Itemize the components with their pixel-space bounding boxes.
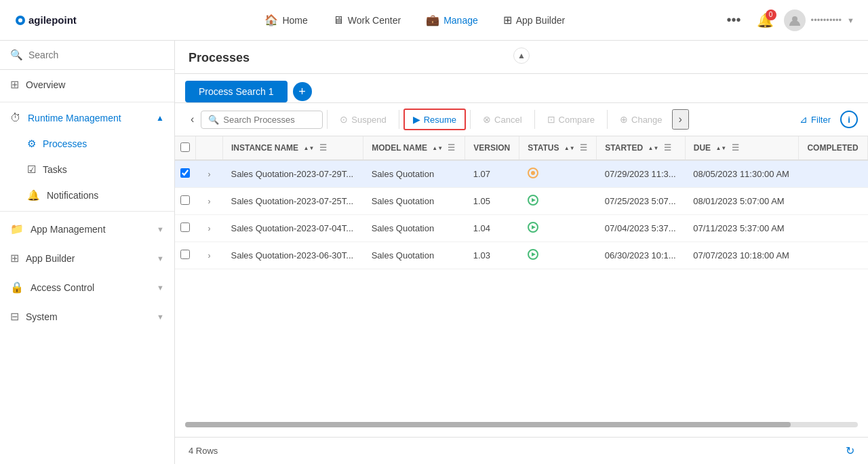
compare-icon: ⊡	[547, 114, 555, 125]
row-checkbox[interactable]	[180, 223, 190, 232]
search-input[interactable]	[28, 50, 164, 60]
col-due: DUE ▲▼ ☰	[685, 136, 799, 160]
row-expand-button[interactable]: ›	[204, 250, 215, 262]
row-version: 1.05	[465, 188, 519, 215]
sort-icon-instance[interactable]: ▲▼	[303, 145, 314, 151]
sidebar-item-app-builder[interactable]: ⊞ App Builder ▼	[0, 244, 174, 273]
grid-icon: ⊞	[503, 14, 512, 26]
sidebar-item-processes[interactable]: ⚙ Processes	[0, 131, 174, 157]
sort-icon-status[interactable]: ▲▼	[564, 145, 575, 151]
row-completed	[799, 242, 868, 269]
nav-work-center[interactable]: 🖥 Work Center	[322, 9, 412, 32]
col-menu-status[interactable]: ☰	[580, 143, 587, 153]
search-processes-input[interactable]	[223, 115, 311, 125]
sidebar-item-tasks-label: Tasks	[43, 164, 67, 175]
sidebar-item-app-management[interactable]: 📁 App Management ▼	[0, 214, 174, 244]
row-instance-name: Sales Quotation-2023-07-04T...	[223, 215, 363, 242]
processes-icon: ⚙	[27, 138, 36, 150]
sidebar-item-tasks[interactable]: ☑ Tasks	[0, 157, 174, 182]
row-started: 07/25/2023 5:07...	[597, 188, 685, 215]
row-checkbox[interactable]	[180, 250, 190, 259]
sidebar-item-overview[interactable]: ⊞ Overview	[0, 70, 174, 99]
resume-label: Resume	[424, 115, 456, 125]
separator-2	[399, 110, 399, 129]
suspend-label: Suspend	[351, 115, 386, 125]
select-all-checkbox[interactable]	[180, 142, 190, 152]
back-button[interactable]: ‹	[185, 111, 199, 128]
toolbar-more-button[interactable]: ›	[672, 109, 689, 130]
sidebar-section-runtime[interactable]: ⏱ Runtime Management ▲	[0, 105, 174, 131]
logo[interactable]: agilepoint	[14, 9, 95, 31]
svg-point-5	[531, 171, 535, 175]
user-menu[interactable]: •••••••••• ▼	[784, 9, 854, 31]
suspend-button[interactable]: ⊙ Suspend	[332, 110, 394, 129]
sort-icon-due[interactable]: ▲▼	[715, 145, 726, 151]
runtime-icon: ⏱	[10, 112, 21, 124]
info-button[interactable]: i	[840, 111, 858, 128]
collapse-sidebar-button[interactable]: ▲	[513, 47, 530, 64]
sidebar-item-access-control[interactable]: 🔒 Access Control ▼	[0, 273, 174, 302]
separator-5	[607, 110, 608, 129]
svg-marker-9	[532, 225, 536, 229]
scrollbar-container	[175, 418, 868, 437]
avatar	[784, 9, 806, 31]
cancel-button[interactable]: ⊗ Cancel	[475, 110, 530, 129]
row-expand-cell: ›	[196, 215, 223, 242]
change-button[interactable]: ⊕ Change	[612, 110, 671, 129]
row-expand-button[interactable]: ›	[204, 223, 215, 235]
row-instance-name: Sales Quotation-2023-07-29T...	[223, 160, 363, 188]
table-body: › Sales Quotation-2023-07-29T... Sales Q…	[175, 160, 868, 269]
nav-home-label: Home	[282, 15, 307, 26]
nav-home[interactable]: 🏠 Home	[254, 8, 318, 32]
sidebar-item-processes-label: Processes	[43, 138, 87, 149]
row-model-name: Sales Quotation	[363, 215, 465, 242]
row-checkbox-cell	[175, 188, 196, 215]
row-expand-button[interactable]: ›	[204, 195, 215, 208]
row-status	[519, 242, 597, 269]
row-completed	[799, 188, 868, 215]
sidebar-item-system[interactable]: ⊟ System ▼	[0, 302, 174, 331]
sidebar-item-app-builder-label: App Builder	[26, 253, 75, 264]
row-due: 08/05/2023 11:30:00 AM	[685, 160, 799, 188]
row-checkbox[interactable]	[180, 168, 190, 178]
more-button[interactable]: •••	[722, 9, 747, 31]
row-due: 07/07/2023 10:18:00 AM	[685, 242, 799, 269]
tasks-icon: ☑	[27, 163, 36, 176]
resume-button[interactable]: ▶ Resume	[403, 109, 466, 130]
row-checkbox[interactable]	[180, 195, 190, 205]
sidebar-item-access-control-label: Access Control	[31, 282, 94, 293]
row-expand-button[interactable]: ›	[204, 168, 215, 180]
row-checkbox-cell	[175, 215, 196, 242]
horizontal-scrollbar[interactable]	[185, 422, 858, 427]
sidebar-search-container: 🔍	[0, 41, 174, 70]
refresh-button[interactable]: ↻	[846, 444, 854, 457]
table-row: › Sales Quotation-2023-07-25T... Sales Q…	[175, 188, 868, 215]
filter-button[interactable]: ⊿ Filter	[791, 110, 839, 129]
chevron-down-icon: ▼	[847, 16, 854, 24]
row-status	[519, 215, 597, 242]
sort-icon-model[interactable]: ▲▼	[432, 145, 443, 151]
row-version: 1.04	[465, 215, 519, 242]
process-search-tab[interactable]: Process Search 1	[185, 81, 288, 102]
sort-icon-started[interactable]: ▲▼	[648, 145, 658, 151]
notifications-button[interactable]: 🔔 0	[757, 12, 774, 28]
sidebar-item-overview-label: Overview	[26, 79, 65, 90]
data-table: INSTANCE NAME ▲▼ ☰ MODEL NAME ▲▼ ☰ VERSI…	[175, 136, 868, 269]
col-started: STARTED ▲▼ ☰	[597, 136, 685, 160]
add-tab-button[interactable]: +	[293, 82, 312, 101]
table-header-row: INSTANCE NAME ▲▼ ☰ MODEL NAME ▲▼ ☰ VERSI…	[175, 136, 868, 160]
col-menu-instance[interactable]: ☰	[319, 143, 327, 153]
col-menu-started[interactable]: ☰	[664, 143, 671, 153]
nav-app-builder[interactable]: ⊞ App Builder	[492, 8, 576, 32]
sidebar-item-notifications[interactable]: 🔔 Notifications	[0, 182, 174, 208]
compare-button[interactable]: ⊡ Compare	[539, 110, 603, 129]
row-version: 1.03	[465, 242, 519, 269]
top-nav: agilepoint 🏠 Home 🖥 Work Center 💼 Manage…	[0, 0, 868, 41]
col-status: STATUS ▲▼ ☰	[519, 136, 597, 160]
row-status	[519, 188, 597, 215]
col-menu-model[interactable]: ☰	[448, 143, 455, 153]
col-menu-due[interactable]: ☰	[732, 143, 739, 153]
nav-manage[interactable]: 💼 Manage	[415, 8, 489, 32]
row-due: 07/11/2023 5:37:00 AM	[685, 215, 799, 242]
layout: 🔍 ⊞ Overview ⏱ Runtime Management ▲ ⚙ Pr…	[0, 41, 868, 464]
